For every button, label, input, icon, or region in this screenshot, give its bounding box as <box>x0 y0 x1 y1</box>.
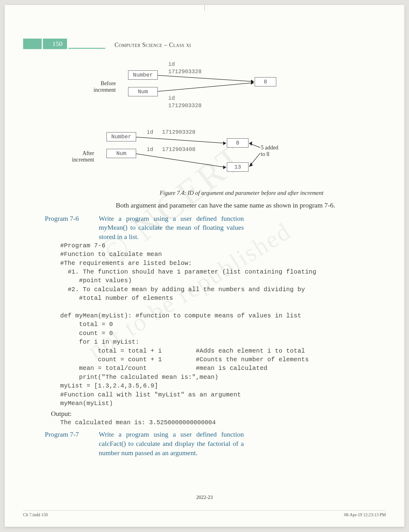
page-number: 150 <box>48 39 67 49</box>
svg-marker-5 <box>223 141 226 145</box>
running-title: Computer Science – Class xi <box>115 41 191 48</box>
footer-left: Ch 7.indd 150 <box>23 513 48 517</box>
content: Before increment Number Num id 171290332… <box>35 61 367 457</box>
program-7-7-desc: Write a program using a user defined fun… <box>99 430 244 457</box>
footer-right: 08-Apr-19 12:23:13 PM <box>344 513 386 517</box>
label-before-l2: increment <box>94 87 116 93</box>
svg-marker-9 <box>249 141 252 146</box>
page-header: 150 Computer Science – Class xi <box>23 38 191 50</box>
svg-line-6 <box>136 154 226 167</box>
program-7-6-heading: Program 7-6 Write a program using a user… <box>35 214 367 241</box>
label-after-l1: After <box>82 150 94 156</box>
print-footer: Ch 7.indd 150 08-Apr-19 12:23:13 PM <box>23 510 386 517</box>
output-value: The calculated mean is: 3.52500000000000… <box>60 419 367 426</box>
svg-line-0 <box>158 75 253 82</box>
svg-line-4 <box>136 137 226 143</box>
label-after-increment: After increment <box>60 150 94 163</box>
svg-marker-7 <box>223 165 226 169</box>
page: © NCERT not to be republished 150 Comput… <box>5 5 404 527</box>
header-title-text: Computer Science – Class xi <box>115 41 191 48</box>
program-7-7-heading: Program 7-7 Write a program using a user… <box>35 430 367 457</box>
header-decor-left <box>23 39 42 49</box>
output-label: Output: <box>51 410 367 418</box>
label-after-l2: increment <box>72 157 94 163</box>
figure-caption: Figure 7.4: ID of argument and parameter… <box>116 190 367 196</box>
body-paragraph: Both argument and parameter can have the… <box>116 201 367 210</box>
program-7-6-label: Program 7-6 <box>45 214 99 241</box>
label-before-increment: Before increment <box>82 80 116 93</box>
program-7-6-code: #Program 7-6 #Function to calculate mean… <box>60 241 367 408</box>
program-7-7-label: Program 7-7 <box>45 430 99 457</box>
label-before-l1: Before <box>101 80 116 86</box>
header-decor-gap <box>43 39 48 49</box>
year-footer: 2022-23 <box>5 495 404 500</box>
crop-mark <box>204 5 205 11</box>
diagram-arrows <box>122 61 344 187</box>
figure-7-4: Before increment Number Num id 171290332… <box>122 61 344 187</box>
header-underline <box>68 48 105 49</box>
program-7-6-desc: Write a program using a user defined fun… <box>99 214 244 241</box>
svg-line-2 <box>158 83 253 91</box>
